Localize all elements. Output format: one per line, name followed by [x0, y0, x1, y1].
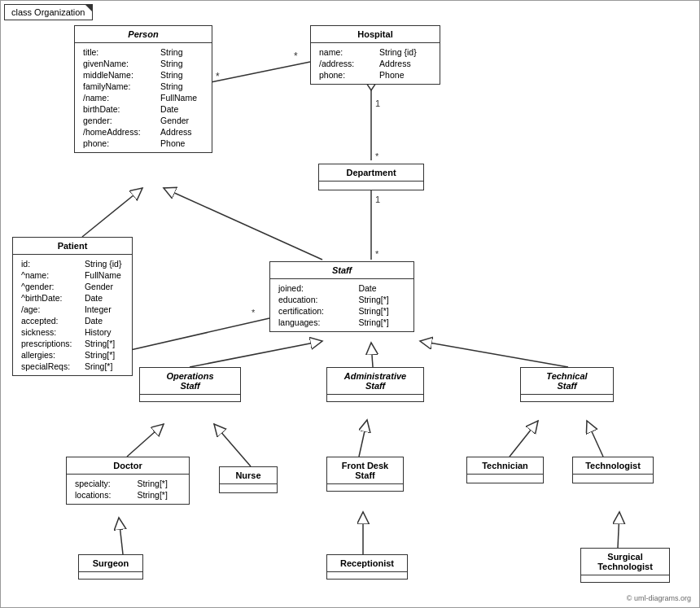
class-technical-staff: TechnicalStaff	[520, 367, 614, 402]
class-technician: Technician	[466, 457, 544, 483]
svg-line-17	[127, 424, 164, 457]
class-technical-staff-title: TechnicalStaff	[521, 368, 613, 395]
class-staff-body: joined:Date education:String[*] certific…	[270, 279, 413, 331]
svg-line-0	[211, 62, 310, 82]
copyright: © uml-diagrams.org	[627, 594, 691, 602]
svg-text:*: *	[375, 151, 379, 161]
class-surgical-technologist-body	[581, 575, 669, 582]
class-department-title: Department	[319, 164, 423, 182]
class-person: Person title:String givenName:String mid…	[74, 25, 212, 153]
class-operations-staff: OperationsStaff	[139, 367, 241, 402]
svg-line-11	[127, 318, 269, 351]
svg-line-21	[587, 421, 603, 457]
svg-line-16	[420, 341, 568, 367]
svg-text:*: *	[216, 71, 220, 82]
class-technologist-body	[573, 475, 653, 483]
svg-line-19	[359, 420, 367, 457]
class-surgeon-body	[79, 572, 142, 579]
class-surgical-technologist: SurgicalTechnologist	[580, 548, 670, 583]
class-administrative-staff-title: AdministrativeStaff	[327, 368, 423, 395]
class-operations-staff-title: OperationsStaff	[140, 368, 240, 395]
class-patient: Patient id:String {id} ^name:FullName ^g…	[12, 237, 133, 376]
svg-line-22	[119, 518, 123, 554]
svg-line-24	[618, 512, 619, 548]
svg-line-20	[510, 421, 538, 457]
svg-line-10	[164, 188, 322, 260]
class-surgeon-title: Surgeon	[79, 555, 142, 572]
class-technical-staff-body	[521, 395, 613, 401]
class-hospital-title: Hospital	[311, 26, 440, 43]
class-doctor: Doctor specialty:String[*] locations:Str…	[66, 457, 190, 505]
diagram-container: class Organization * * 1 *	[0, 0, 700, 608]
class-front-desk-staff-title: Front DeskStaff	[327, 457, 403, 484]
class-front-desk-staff-body	[327, 484, 403, 491]
class-patient-body: id:String {id} ^name:FullName ^gender:Ge…	[13, 255, 132, 375]
class-technologist: Technologist	[572, 457, 654, 483]
class-department-body	[319, 182, 423, 190]
class-operations-staff-body	[140, 395, 240, 401]
class-front-desk-staff: Front DeskStaff	[326, 457, 404, 492]
class-hospital-body: name:String {id} /address:Address phone:…	[311, 43, 440, 84]
class-hospital: Hospital name:String {id} /address:Addre…	[310, 25, 440, 85]
class-administrative-staff-body	[327, 395, 423, 401]
class-person-body: title:String givenName:String middleName…	[75, 43, 212, 152]
svg-line-14	[190, 341, 322, 367]
diagram-title: class Organization	[4, 4, 93, 20]
class-person-title: Person	[75, 26, 212, 43]
class-doctor-title: Doctor	[67, 457, 189, 475]
class-technician-title: Technician	[467, 457, 543, 475]
class-nurse: Nurse	[219, 466, 278, 493]
svg-line-15	[371, 343, 373, 367]
svg-text:*: *	[294, 50, 298, 62]
svg-text:*: *	[252, 308, 256, 317]
svg-text:*: *	[375, 249, 379, 259]
class-staff: Staff joined:Date education:String[*] ce…	[269, 261, 414, 332]
class-surgical-technologist-title: SurgicalTechnologist	[581, 549, 669, 575]
svg-text:1: 1	[375, 98, 380, 108]
class-receptionist-title: Receptionist	[327, 555, 407, 572]
svg-line-9	[82, 188, 142, 237]
class-patient-title: Patient	[13, 238, 132, 255]
class-receptionist-body	[327, 572, 407, 579]
class-administrative-staff: AdministrativeStaff	[326, 367, 424, 402]
class-nurse-body	[220, 484, 277, 492]
svg-line-18	[214, 424, 251, 466]
class-staff-title: Staff	[270, 262, 413, 279]
class-surgeon: Surgeon	[78, 554, 143, 580]
svg-text:1: 1	[375, 195, 380, 204]
class-technician-body	[467, 475, 543, 483]
class-department: Department	[318, 164, 424, 190]
class-receptionist: Receptionist	[326, 554, 408, 580]
class-nurse-title: Nurse	[220, 467, 277, 484]
class-doctor-body: specialty:String[*] locations:String[*]	[67, 475, 189, 504]
class-technologist-title: Technologist	[573, 457, 653, 475]
